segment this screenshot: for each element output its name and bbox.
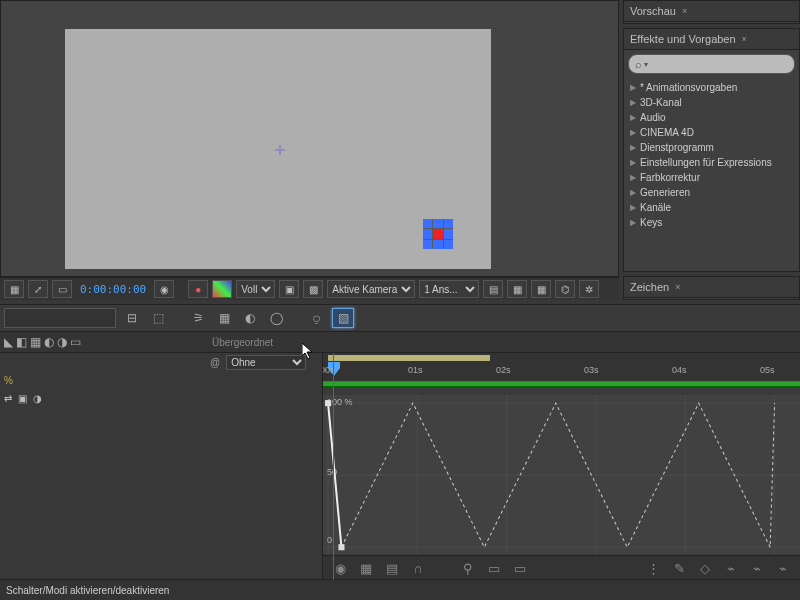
snapshot-icon[interactable]: ◉ [154, 280, 174, 298]
anchor-icon[interactable]: ◑ [33, 393, 42, 404]
preview-footer: ▦ ⤢ ▭ 0:00:00:00 ◉ ● Voll ▣ ▩ Aktive Kam… [0, 277, 619, 300]
safe-zones-icon[interactable]: ▦ [531, 280, 551, 298]
effects-category[interactable]: ▶3D-Kanal [624, 95, 799, 110]
always-preview-icon[interactable]: ▦ [4, 280, 24, 298]
separate-dim-icon[interactable]: ⋮ [644, 560, 662, 576]
layer-row[interactable]: @ Ohne [0, 353, 322, 371]
snap-icon[interactable]: ∩ [409, 560, 427, 576]
effects-presets-panel: Effekte und Vorgaben× ⌕▾ ▶* Animationsvo… [623, 28, 800, 272]
brainstorm-icon[interactable]: ◯ [266, 309, 286, 327]
edit-props-icon[interactable]: ✎ [670, 560, 688, 576]
effects-category[interactable]: ▶Keys [624, 215, 799, 230]
channel-icon[interactable]: ● [188, 280, 208, 298]
character-panel: Zeichen× [623, 276, 800, 300]
resolution-select[interactable]: Voll [236, 280, 275, 298]
parent-icon[interactable]: ▭ [70, 335, 81, 349]
draft3d-icon[interactable]: ⬚ [148, 309, 168, 327]
twirl-icon: ▶ [630, 113, 636, 122]
fit-all-icon[interactable]: ▭ [511, 560, 529, 576]
timeline-toolbar: ⊟ ⬚ ⚞ ▦ ◐ ◯ ⍜ ▧ [0, 305, 800, 332]
shy-icon[interactable]: ⚞ [188, 309, 208, 327]
graph-editor-toggle[interactable]: ▧ [332, 308, 354, 328]
expand-icon[interactable]: ▣ [18, 393, 27, 404]
effects-category[interactable]: ▶Dienstprogramm [624, 140, 799, 155]
av-features-icon[interactable]: ◣ [4, 335, 13, 349]
graph-editor-toolbar: ◉ ▦ ▤ ∩ ⚲ ▭ ▭ ⋮ ✎ ◇ ⌁ ⌁ ⌁ [323, 555, 800, 580]
status-bar: Schalter/Modi aktivieren/deaktivieren [0, 579, 800, 600]
effects-category[interactable]: ▶* Animationsvorgaben [624, 80, 799, 95]
svg-rect-10 [325, 400, 331, 406]
switches-icon[interactable]: ▦ [30, 335, 41, 349]
effects-category[interactable]: ▶CINEMA 4D [624, 125, 799, 140]
close-icon[interactable]: × [675, 282, 680, 292]
graph-options-icon[interactable]: ▦ [357, 560, 375, 576]
frame-blend-icon[interactable]: ▦ [214, 309, 234, 327]
effects-category[interactable]: ▶Einstellungen für Expressions [624, 155, 799, 170]
work-area-bar[interactable] [328, 355, 490, 361]
ruler-tick: 02s [496, 365, 511, 375]
parent-select[interactable]: Ohne [226, 355, 306, 370]
close-icon[interactable]: × [742, 34, 747, 44]
close-icon[interactable]: × [682, 6, 687, 16]
effects-category[interactable]: ▶Generieren [624, 185, 799, 200]
effects-category[interactable]: ▶Farbkorrektur [624, 170, 799, 185]
easy-ease-out-icon[interactable]: ⌁ [774, 560, 792, 576]
fast-preview-icon[interactable]: ▣ [279, 280, 299, 298]
ruler-tick: 01s [408, 365, 423, 375]
character-panel-title[interactable]: Zeichen [630, 281, 669, 293]
twirl-icon: ▶ [630, 203, 636, 212]
svg-rect-11 [338, 544, 344, 550]
label-icon[interactable]: ◧ [16, 335, 27, 349]
preview-panel-title[interactable]: Vorschau [630, 5, 676, 17]
stage [65, 29, 491, 269]
reset-exposure-icon[interactable]: ✲ [579, 280, 599, 298]
current-time[interactable]: 0:00:00:00 [76, 283, 150, 296]
transparency-grid-icon[interactable]: ▩ [303, 280, 323, 298]
twirl-icon: ▶ [630, 143, 636, 152]
effects-panel-title[interactable]: Effekte und Vorgaben [630, 33, 736, 45]
search-layers-input[interactable] [4, 308, 116, 328]
auto-keyframe-icon[interactable]: ⍜ [306, 309, 326, 327]
auto-zoom-icon[interactable]: ⚲ [459, 560, 477, 576]
timeline-column-headers: ◣ ◧ ▦ ◐ ◑ ▭ Übergeordnet [0, 332, 800, 353]
ruler-tick: 03s [584, 365, 599, 375]
color-mgmt-icon[interactable] [212, 280, 232, 298]
show-props-icon[interactable]: ▤ [383, 560, 401, 576]
motion-blur-icon[interactable]: ◐ [240, 309, 260, 327]
mode-icon[interactable]: ◐ [44, 335, 54, 349]
current-time-indicator[interactable] [333, 353, 334, 580]
graph-editor[interactable]: 00s01s02s03s04s05s 100 % 50 0 ◉ ▦ ▤ ∩ ⚲ … [323, 353, 800, 580]
effects-search[interactable]: ⌕▾ [628, 54, 795, 74]
comp-mini-flow-icon[interactable]: ⊟ [122, 309, 142, 327]
composition-viewer[interactable] [0, 0, 619, 277]
twirl-icon: ▶ [630, 83, 636, 92]
layer-list[interactable]: @ Ohne % ⇄ ▣ ◑ [0, 353, 323, 580]
keyframe-interp-icon[interactable]: ◇ [696, 560, 714, 576]
toggle-switches-icon[interactable]: ⇄ [4, 393, 12, 404]
fit-icon[interactable]: ▭ [485, 560, 503, 576]
twirl-icon: ▶ [630, 188, 636, 197]
camera-select[interactable]: Aktive Kamera [327, 280, 415, 298]
effects-category[interactable]: ▶Audio [624, 110, 799, 125]
easy-ease-icon[interactable]: ⌁ [722, 560, 740, 576]
status-text: Schalter/Modi aktivieren/deaktivieren [6, 585, 169, 596]
effects-category[interactable]: ▶Kanäle [624, 200, 799, 215]
value-graph[interactable]: 100 % 50 0 [323, 395, 800, 554]
flowchart-icon[interactable]: ⌬ [555, 280, 575, 298]
twirl-icon: ▶ [630, 218, 636, 227]
pickwhip-icon[interactable]: @ [210, 357, 220, 368]
view-opts-icon[interactable]: ▤ [483, 280, 503, 298]
twirl-icon: ▶ [630, 98, 636, 107]
pixel-aspect-icon[interactable]: ▦ [507, 280, 527, 298]
views-select[interactable]: 1 Ans... [419, 280, 479, 298]
selected-layer-box[interactable] [423, 219, 453, 249]
easy-ease-in-icon[interactable]: ⌁ [748, 560, 766, 576]
region-icon[interactable]: ▭ [52, 280, 72, 298]
trkmat-icon[interactable]: ◑ [57, 335, 67, 349]
twirl-icon: ▶ [630, 173, 636, 182]
time-ruler[interactable]: 00s01s02s03s04s05s [323, 353, 800, 382]
property-row[interactable]: % [0, 371, 322, 389]
magnify-icon[interactable]: ⤢ [28, 280, 48, 298]
switches-row[interactable]: ⇄ ▣ ◑ [0, 389, 322, 407]
parent-column-label: Übergeordnet [212, 337, 273, 348]
